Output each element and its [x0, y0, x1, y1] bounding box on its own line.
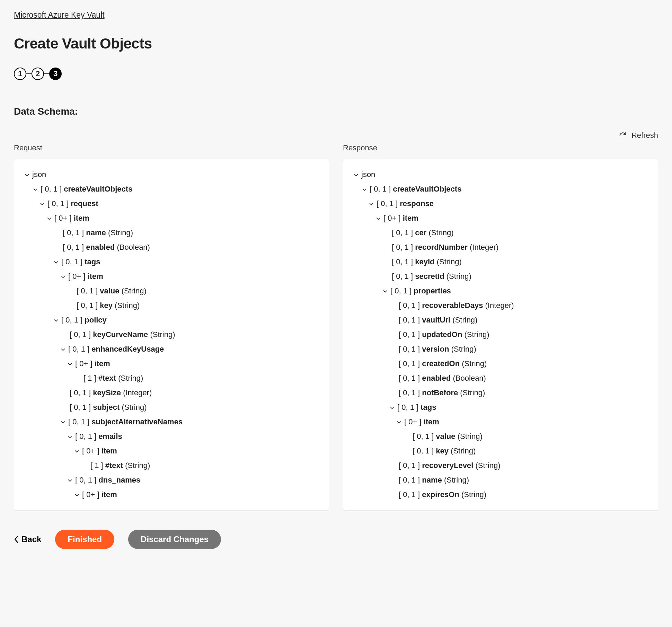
node-name: expiresOn — [422, 490, 459, 499]
chevron-down-icon[interactable] — [60, 346, 68, 353]
schema-node[interactable]: [ 0+ ] item — [21, 211, 322, 226]
request-schema-panel: json[ 0, 1 ] createVaultObjects[ 0, 1 ] … — [14, 159, 329, 511]
chevron-down-icon[interactable] — [46, 215, 54, 222]
step-connector — [44, 73, 49, 74]
chevron-down-icon[interactable] — [53, 259, 61, 265]
cardinality: [ 0, 1 ] — [370, 185, 393, 193]
chevron-down-icon[interactable] — [60, 419, 68, 425]
refresh-icon[interactable] — [619, 132, 627, 139]
schema-node: [ 0, 1 ] recoveryLevel (String) — [350, 458, 651, 473]
cardinality: [ 0, 1 ] — [390, 286, 414, 295]
chevron-down-icon[interactable] — [74, 448, 82, 454]
back-button[interactable]: Back — [14, 535, 41, 544]
schema-node: [ 0, 1 ] keyCurveName (String) — [21, 327, 322, 342]
node-name: json — [361, 170, 375, 179]
schema-node: [ 0, 1 ] key (String) — [21, 298, 322, 313]
discard-button[interactable]: Discard Changes — [128, 530, 221, 549]
back-label: Back — [21, 535, 41, 544]
chevron-down-icon[interactable] — [361, 186, 370, 193]
cardinality: [ 0+ ] — [54, 214, 74, 222]
chevron-down-icon[interactable] — [67, 477, 75, 484]
node-name: enabled — [86, 243, 115, 251]
schema-node: [ 0, 1 ] enabled (Boolean) — [350, 371, 651, 386]
schema-node[interactable]: json — [350, 167, 651, 182]
node-type: (String) — [150, 330, 175, 339]
cardinality: [ 0, 1 ] — [75, 432, 98, 441]
chevron-down-icon[interactable] — [67, 361, 75, 367]
schema-node[interactable]: [ 0, 1 ] enhancedKeyUsage — [21, 342, 322, 356]
node-type: (Integer) — [485, 301, 514, 310]
node-name: createVaultObjects — [393, 185, 461, 193]
schema-node[interactable]: [ 0, 1 ] emails — [21, 429, 322, 444]
chevron-down-icon[interactable] — [67, 434, 75, 440]
node-name: value — [100, 286, 119, 295]
node-name: #text — [98, 374, 116, 382]
chevron-down-icon[interactable] — [375, 215, 383, 222]
chevron-down-icon[interactable] — [74, 492, 82, 498]
chevron-down-icon[interactable] — [396, 419, 404, 425]
schema-node: [ 0, 1 ] keySize (Integer) — [21, 386, 322, 400]
schema-node[interactable]: [ 0, 1 ] tags — [350, 400, 651, 415]
node-name: item — [74, 214, 89, 222]
node-name: tags — [421, 403, 436, 412]
schema-node[interactable]: [ 0, 1 ] createVaultObjects — [21, 182, 322, 196]
node-name: keyCurveName — [93, 330, 148, 339]
chevron-down-icon[interactable] — [24, 172, 32, 178]
node-type: (String) — [465, 330, 489, 339]
chevron-down-icon[interactable] — [60, 274, 68, 280]
chevron-down-icon[interactable] — [53, 317, 61, 324]
schema-node[interactable]: [ 0, 1 ] subjectAlternativeNames — [21, 415, 322, 429]
schema-node: [ 0, 1 ] notBefore (String) — [350, 386, 651, 400]
cardinality: [ 0, 1 ] — [47, 199, 71, 208]
cardinality: [ 0, 1 ] — [63, 228, 86, 237]
breadcrumb-link[interactable]: Microsoft Azure Key Vault — [14, 10, 105, 20]
chevron-down-icon[interactable] — [389, 405, 397, 411]
chevron-down-icon[interactable] — [32, 186, 41, 193]
finished-button[interactable]: Finished — [55, 530, 114, 549]
node-name: #text — [105, 461, 123, 470]
cardinality: [ 0, 1 ] — [392, 243, 415, 251]
schema-node: [ 0, 1 ] key (String) — [350, 444, 651, 458]
schema-node[interactable]: [ 0, 1 ] response — [350, 196, 651, 211]
schema-node[interactable]: json — [21, 167, 322, 182]
node-name: emails — [98, 432, 122, 441]
schema-node[interactable]: [ 0+ ] item — [21, 356, 322, 371]
node-type: (String) — [460, 388, 485, 397]
node-type: (String) — [125, 461, 150, 470]
refresh-label[interactable]: Refresh — [631, 131, 658, 140]
schema-node[interactable]: [ 0, 1 ] tags — [21, 255, 322, 269]
cardinality: [ 0, 1 ] — [377, 199, 400, 208]
schema-node[interactable]: [ 0+ ] item — [21, 269, 322, 284]
node-type: (String) — [108, 228, 133, 237]
schema-node: [ 0, 1 ] cer (String) — [350, 226, 651, 240]
step-1[interactable]: 1 — [14, 68, 26, 80]
node-type: (String) — [462, 359, 487, 368]
schema-node[interactable]: [ 0, 1 ] properties — [350, 284, 651, 298]
chevron-down-icon[interactable] — [353, 172, 361, 178]
node-type: (String) — [118, 374, 143, 382]
node-name: properties — [414, 286, 451, 295]
node-type: (String) — [437, 257, 462, 266]
cardinality: [ 0, 1 ] — [399, 388, 422, 397]
schema-node[interactable]: [ 0+ ] item — [21, 444, 322, 458]
schema-node[interactable]: [ 0+ ] item — [350, 211, 651, 226]
schema-node[interactable]: [ 0+ ] item — [350, 415, 651, 429]
request-column-label: Request — [14, 143, 329, 152]
node-name: createVaultObjects — [64, 185, 132, 193]
schema-node[interactable]: [ 0, 1 ] policy — [21, 313, 322, 327]
schema-node: [ 1 ] #text (String) — [21, 458, 322, 473]
step-3[interactable]: 3 — [49, 68, 62, 80]
chevron-down-icon[interactable] — [39, 201, 47, 207]
step-2[interactable]: 2 — [32, 68, 44, 80]
schema-node: [ 0, 1 ] createdOn (String) — [350, 356, 651, 371]
chevron-down-icon[interactable] — [382, 288, 390, 294]
schema-node[interactable]: [ 0+ ] item — [21, 487, 322, 502]
schema-node: [ 0, 1 ] value (String) — [21, 284, 322, 298]
schema-node[interactable]: [ 0, 1 ] createVaultObjects — [350, 182, 651, 196]
chevron-down-icon[interactable] — [368, 201, 377, 207]
schema-node[interactable]: [ 0, 1 ] request — [21, 196, 322, 211]
schema-node[interactable]: [ 0, 1 ] dns_names — [21, 473, 322, 487]
response-column-label: Response — [343, 143, 658, 152]
cardinality: [ 0, 1 ] — [399, 359, 422, 368]
node-name: recordNumber — [415, 243, 468, 251]
